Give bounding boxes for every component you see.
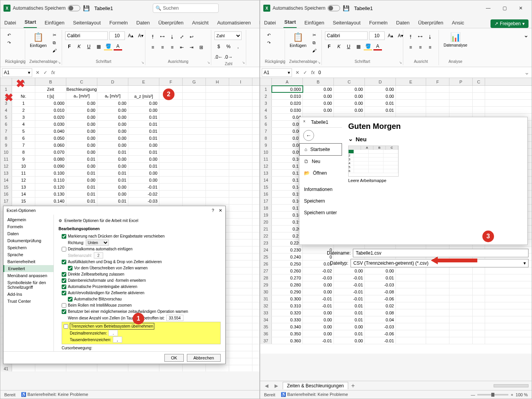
cell[interactable] (396, 107, 426, 113)
cell[interactable] (97, 365, 128, 371)
cell[interactable] (229, 281, 252, 288)
cell[interactable] (66, 365, 97, 371)
decrease-font-button[interactable]: A▾ (136, 32, 145, 40)
cell[interactable]: 0.21 (272, 232, 303, 239)
cell[interactable]: 0.00 (128, 107, 159, 113)
ribbon-tab-start[interactable]: Start (283, 17, 297, 28)
cell[interactable]: 0.00 (66, 142, 97, 148)
cell[interactable]: 0.00 (66, 135, 97, 141)
row-header[interactable]: 8 (0, 135, 12, 141)
cell[interactable] (426, 302, 449, 309)
merge-button[interactable]: ⊞ (197, 43, 206, 51)
font-name-select[interactable] (325, 31, 368, 40)
autosave-toggle[interactable] (68, 5, 80, 11)
cell[interactable] (449, 337, 473, 344)
cell[interactable] (35, 365, 66, 371)
cell[interactable] (473, 274, 485, 281)
column-header[interactable]: B (35, 78, 66, 85)
cell[interactable] (229, 212, 252, 218)
cell[interactable] (183, 191, 206, 197)
cell[interactable]: 0.01 (97, 149, 128, 155)
increase-font-button[interactable]: A▴ (126, 32, 135, 40)
row-header[interactable]: 30 (260, 288, 272, 295)
cell[interactable]: 14 (12, 191, 35, 197)
cell[interactable]: 0.00 (66, 149, 97, 155)
row-header[interactable]: 16 (0, 191, 12, 197)
cell[interactable]: 0.350 (272, 330, 303, 337)
options-nav-symbolleiste-für-den-schnellzugriff[interactable]: Symbolleiste für den Schnellzugriff (3, 279, 54, 291)
cell[interactable] (473, 337, 485, 344)
cell[interactable] (229, 309, 252, 316)
cell[interactable]: 0.050 (35, 135, 66, 141)
cell[interactable]: aₓ [m/s²] (66, 93, 97, 99)
cell[interactable] (159, 100, 183, 106)
cell[interactable]: 0.00 (303, 100, 334, 106)
clipboard-launcher-icon[interactable]: ↘ (58, 61, 61, 64)
cell[interactable] (473, 281, 485, 288)
cell[interactable]: -0.01 (334, 274, 365, 281)
cell[interactable]: 0.00 (334, 267, 365, 274)
fill-color-button[interactable]: 🪣 (364, 43, 372, 50)
cell[interactable] (426, 288, 449, 295)
cell[interactable] (159, 114, 183, 120)
cell[interactable] (206, 142, 229, 148)
italic-button[interactable]: K (75, 43, 83, 50)
cell[interactable] (396, 302, 426, 309)
cell[interactable]: 0.01 (66, 184, 97, 190)
ribbon-tab-formeln[interactable]: Formeln (109, 17, 129, 28)
cell[interactable]: 0.01 (365, 107, 396, 113)
ribbon-tab-daten[interactable]: Daten (396, 17, 411, 28)
cell[interactable]: 0.040 (35, 128, 66, 134)
ribbon-tab-einfügen[interactable]: Einfügen (44, 17, 65, 28)
cell[interactable] (206, 135, 229, 141)
options-nav-add-ins[interactable]: Add-Ins (3, 291, 54, 298)
cell[interactable] (229, 121, 252, 127)
indent-inc-button[interactable]: ⇥ (187, 43, 196, 51)
cell[interactable] (449, 316, 473, 323)
search-box[interactable]: 🔍 Suchen (153, 3, 219, 13)
cell[interactable] (12, 86, 35, 92)
options-nav-sprache[interactable]: Sprache (3, 251, 54, 258)
cell[interactable] (449, 93, 473, 99)
cell[interactable]: 0.360 (272, 337, 303, 344)
name-box[interactable]: A1▾ (2, 68, 32, 77)
cell[interactable] (426, 281, 449, 288)
row-header[interactable]: 27 (260, 267, 272, 274)
cell[interactable] (396, 93, 426, 99)
ribbon-tab-daten[interactable]: Daten (136, 17, 151, 28)
cell[interactable] (229, 260, 252, 267)
cell[interactable] (159, 93, 183, 99)
cell[interactable] (229, 351, 252, 358)
cell[interactable]: 0.000 (272, 86, 303, 92)
cell[interactable] (449, 302, 473, 309)
cell[interactable] (449, 100, 473, 106)
number-format-select[interactable]: Zahl (214, 31, 242, 40)
cell[interactable] (473, 267, 485, 274)
row-header[interactable]: 12 (260, 163, 272, 169)
cell[interactable] (229, 205, 252, 211)
direction-select[interactable]: Unten (86, 239, 109, 246)
ribbon-tab-überprüfen[interactable]: Überprüfen (417, 17, 444, 28)
cell[interactable] (229, 253, 252, 260)
select-all-button[interactable] (260, 78, 272, 85)
paste-button[interactable]: 📋Einfügen (28, 31, 48, 49)
cell[interactable] (183, 100, 206, 106)
underline-button[interactable]: U (344, 43, 353, 50)
sheet-nav-prev[interactable]: ◀ (263, 383, 270, 389)
row-header[interactable]: 7 (260, 128, 272, 134)
cell[interactable] (473, 107, 485, 113)
options-nav-menüband-anpassen[interactable]: Menüband anpassen (3, 272, 54, 279)
cell[interactable]: aᵧ [m/s²] (97, 93, 128, 99)
cell[interactable]: 2 (12, 107, 35, 113)
cell[interactable]: 0.12 (272, 170, 303, 176)
cell[interactable]: 0.00 (97, 107, 128, 113)
cell[interactable]: 0.18 (272, 212, 303, 218)
cell[interactable]: 0.19 (272, 219, 303, 225)
font-launcher-icon[interactable]: ↘ (141, 61, 144, 64)
cancel-icon[interactable]: ✕ (294, 70, 301, 75)
cell[interactable]: 6 (12, 135, 35, 141)
options-nav-daten[interactable]: Daten (3, 230, 54, 237)
indent-dec-button[interactable]: ⇤ (178, 43, 186, 51)
cell[interactable] (206, 121, 229, 127)
ribbon-tab-einfügen[interactable]: Einfügen (304, 17, 325, 28)
